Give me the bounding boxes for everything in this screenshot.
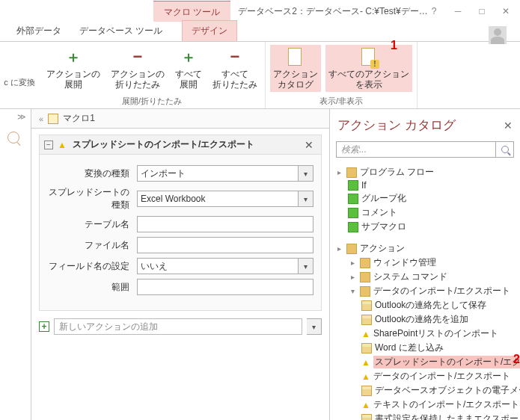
folder-icon: [346, 244, 357, 254]
tree-sharepoint-import[interactable]: SharePointリストのインポート: [334, 327, 517, 341]
tree-spreadsheet-impexp[interactable]: スプレッドシートのインポート/エクスポート 2: [334, 355, 517, 369]
block-icon: [348, 222, 358, 232]
tree-format-export[interactable]: 書式設定を保持したままエクスポート: [334, 412, 517, 420]
tree-if[interactable]: If: [334, 179, 517, 191]
action-icon: [361, 414, 372, 421]
close-button[interactable]: ✕: [501, 6, 511, 16]
catalog-search-input[interactable]: 検索...: [336, 141, 496, 158]
macro-designer-body: − スプレッドシートのインポート/エクスポート ✕ 変換の種類 インポート▾ ス…: [31, 129, 329, 420]
title-bar: マクロ ツール データベース2：データベース- C:¥Test¥データベース2.…: [0, 0, 520, 22]
warning-icon: [361, 329, 370, 339]
warning-icon: [58, 140, 68, 150]
catalog-tree: ▸プログラム フロー If グループ化 コメント サブマクロ ▸アクション ▸ウ…: [330, 165, 520, 420]
collapse-action-button[interactable]: アクションの 折りたたみ: [108, 45, 168, 92]
tree-submacro[interactable]: サブマクロ: [334, 220, 517, 234]
block-icon: [348, 208, 358, 218]
catalog-icon: [285, 46, 306, 67]
minimize-button[interactable]: ─: [453, 6, 463, 16]
folder-icon: [360, 272, 370, 282]
tab-database-tools[interactable]: データベース ツール: [70, 21, 171, 41]
annotation-2: 2: [513, 353, 520, 366]
ribbon: c に変換 アクションの 展開 アクションの 折りたたみ すべて 展開 すべて …: [0, 42, 520, 109]
dropdown-icon[interactable]: ▾: [299, 165, 313, 182]
file-name-label: ファイル名: [47, 239, 137, 252]
ribbon-tab-row: 外部データ データベース ツール デザイン: [0, 22, 520, 42]
expand-action-button[interactable]: アクションの 展開: [43, 45, 103, 92]
expand-all-button[interactable]: すべて 展開: [172, 45, 205, 92]
block-icon: [348, 180, 358, 191]
collapse-all-button[interactable]: すべて 折りたたみ: [209, 45, 260, 92]
tree-outlook-save[interactable]: Outlookの連絡先として保存: [334, 298, 517, 312]
file-name-input[interactable]: [137, 237, 313, 253]
block-icon: [348, 194, 358, 204]
tab-external-data[interactable]: 外部データ: [7, 21, 70, 41]
plus-icon: [63, 46, 84, 67]
action-icon: [361, 343, 372, 353]
folder-icon: [360, 258, 370, 268]
tree-text-impexp[interactable]: テキストのインポート/エクスポート: [334, 398, 517, 412]
tree-dbobj-mail[interactable]: データベースオブジェクトの電子メール送信: [334, 383, 517, 398]
tree-program-flow[interactable]: ▸プログラム フロー: [334, 165, 517, 179]
transfer-type-select[interactable]: インポート: [137, 165, 299, 182]
tab-scroll-left-icon[interactable]: «: [39, 114, 43, 123]
expand-action-label: アクションの 展開: [46, 69, 100, 90]
spreadsheet-type-select[interactable]: Excel Workbook: [137, 191, 299, 207]
action-icon: [361, 315, 372, 325]
action-icon: [361, 386, 372, 396]
warning-icon: [361, 371, 370, 382]
tab-design[interactable]: デザイン: [182, 20, 237, 41]
tree-window-mgmt[interactable]: ▸ウィンドウ管理: [334, 256, 517, 270]
close-pane-button[interactable]: ✕: [504, 120, 513, 132]
delete-action-button[interactable]: ✕: [302, 139, 316, 151]
dropdown-icon[interactable]: ▾: [299, 258, 313, 274]
transfer-type-label: 変換の種類: [47, 167, 137, 180]
search-icon: [501, 146, 509, 153]
folder-icon: [346, 167, 357, 178]
range-input[interactable]: [137, 279, 313, 295]
tree-group[interactable]: グループ化: [334, 191, 517, 206]
macro-action-form: 変換の種類 インポート▾ スプレッドシートの種類 Excel Workbook▾…: [39, 155, 322, 311]
macro-document-tab[interactable]: « マクロ1: [31, 109, 329, 129]
convert-to-c-label: c に変換: [0, 42, 39, 108]
catalog-search-button[interactable]: [496, 141, 514, 158]
tree-system-cmd[interactable]: ▸システム コマンド: [334, 270, 517, 284]
nav-search-icon[interactable]: [7, 132, 19, 143]
action-catalog-button[interactable]: アクション カタログ: [270, 45, 321, 92]
action-catalog-label: アクション カタログ: [273, 69, 318, 90]
dropdown-icon[interactable]: ▾: [299, 191, 313, 207]
nav-pane-collapsed[interactable]: ≫: [0, 109, 31, 420]
catalog-warning-icon: [358, 46, 379, 67]
tree-outlook-add[interactable]: Outlookの連絡先を追加: [334, 312, 517, 327]
has-field-names-select[interactable]: いいえ: [137, 258, 299, 274]
add-new-action-row[interactable]: + 新しいアクションの追加 ▾: [39, 318, 322, 335]
minus-icon: [127, 46, 148, 67]
dropdown-icon[interactable]: ▾: [307, 318, 322, 335]
warning-icon: [361, 357, 370, 368]
restore-button[interactable]: □: [477, 6, 487, 16]
tree-comment[interactable]: コメント: [334, 206, 517, 220]
annotation-1: 1: [391, 39, 397, 52]
tree-data-import-export[interactable]: ▾データのインポート/エクスポート: [334, 284, 517, 298]
help-button[interactable]: ?: [429, 6, 439, 16]
account-avatar[interactable]: [489, 26, 507, 44]
expand-all-label: すべて 展開: [175, 69, 202, 90]
tree-word-merge[interactable]: Word に差し込み: [334, 341, 517, 355]
add-action-select[interactable]: 新しいアクションの追加: [54, 318, 302, 335]
add-action-icon[interactable]: +: [39, 321, 49, 332]
expand-nav-icon[interactable]: ≫: [17, 112, 26, 122]
macro-action-header[interactable]: − スプレッドシートのインポート/エクスポート ✕: [39, 135, 322, 155]
collapse-all-label: すべて 折りたたみ: [212, 69, 257, 90]
tree-data-impexp[interactable]: データのインポート/エクスポート: [334, 369, 517, 383]
collapse-action-icon[interactable]: −: [44, 140, 53, 149]
folder-icon: [360, 286, 370, 297]
show-all-actions-button[interactable]: すべてのアクション を表示: [325, 45, 412, 92]
catalog-title: アクション カタログ: [337, 117, 456, 134]
spreadsheet-type-label: スプレッドシートの種類: [47, 186, 137, 211]
range-label: 範囲: [47, 281, 137, 294]
tree-actions[interactable]: ▸アクション: [334, 241, 517, 256]
collapse-action-label: アクションの 折りたたみ: [111, 69, 165, 90]
table-name-input[interactable]: [137, 216, 313, 232]
macro-action-title: スプレッドシートのインポート/エクスポート: [73, 138, 297, 151]
macro-tab-label: マクロ1: [63, 112, 95, 125]
minus-icon: [224, 46, 245, 67]
